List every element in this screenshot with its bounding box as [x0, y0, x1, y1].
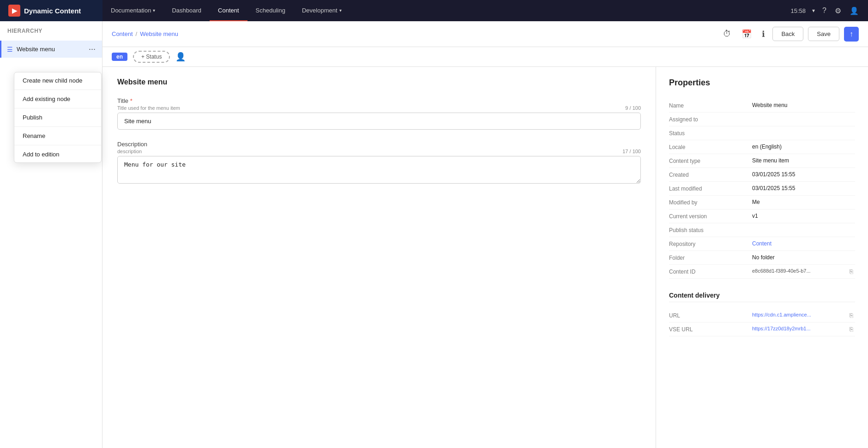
folder-icon: ☰	[7, 46, 13, 53]
title-label: Title *	[117, 97, 641, 104]
info-icon[interactable]: ℹ	[759, 27, 768, 41]
props-main-section: Name Website menu Assigned to Status	[669, 99, 855, 279]
props-key-repository: Repository	[669, 240, 752, 247]
publish-button[interactable]: ↑	[844, 27, 859, 42]
toolbar-right: ⏱ 📅 ℹ Back Save ↑	[720, 27, 859, 42]
delivery-section-title: Content delivery	[669, 292, 855, 302]
menu-divider	[14, 90, 101, 90]
props-val-modified-by: Me	[752, 199, 855, 205]
props-key-folder: Folder	[669, 254, 752, 261]
props-key-name: Name	[669, 102, 752, 109]
chevron-down-icon: ▾	[339, 8, 342, 13]
props-row-locale: Locale en (English)	[669, 140, 855, 154]
menu-divider	[14, 145, 101, 145]
props-row-folder: Folder No folder	[669, 251, 855, 265]
props-val-vse-url[interactable]: https://17zz0d18y2mrb1...	[752, 326, 848, 331]
context-publish[interactable]: Publish	[14, 109, 101, 125]
props-row-current-version: Current version v1	[669, 209, 855, 223]
user-icon[interactable]: 👤	[849, 6, 860, 16]
copy-url-button[interactable]: ⎘	[848, 312, 855, 319]
context-add-existing[interactable]: Add existing node	[14, 91, 101, 107]
breadcrumb-website-menu[interactable]: Website menu	[140, 30, 178, 37]
copy-vse-url-button[interactable]: ⎘	[848, 326, 855, 333]
context-menu-trigger[interactable]: ···	[88, 44, 96, 54]
title-count: 9 / 100	[625, 105, 641, 111]
description-label: Description	[117, 141, 641, 148]
settings-icon[interactable]: ⚙	[834, 6, 842, 16]
topnav-right: 15:58 ▾ ? ⚙ 👤	[783, 6, 868, 16]
props-key-vse-url: VSE URL	[669, 326, 752, 333]
topnav: ▶ Dynamic Content Documentation ▾ Dashbo…	[0, 0, 868, 21]
back-button[interactable]: Back	[772, 27, 803, 41]
props-row-status: Status	[669, 126, 855, 140]
properties-panel: Properties Name Website menu Assigned to	[656, 67, 868, 448]
main-layout: Hierarchy ☰ Website menu ··· Create new …	[0, 21, 868, 448]
nav-development[interactable]: Development ▾	[294, 0, 350, 21]
menu-divider	[14, 108, 101, 108]
props-val-last-modified: 03/01/2025 15:55	[752, 185, 855, 191]
nav-scheduling[interactable]: Scheduling	[247, 0, 294, 21]
assignee-icon[interactable]: 👤	[175, 52, 186, 62]
props-row-name: Name Website menu	[669, 99, 855, 113]
language-badge[interactable]: en	[112, 53, 127, 61]
props-key-assigned: Assigned to	[669, 116, 752, 123]
sidebar-item-website-menu[interactable]: ☰ Website menu ···	[0, 41, 102, 58]
chevron-down-icon: ▾	[153, 8, 155, 13]
save-button[interactable]: Save	[808, 27, 839, 41]
help-icon[interactable]: ?	[821, 6, 827, 16]
breadcrumb-separator: /	[136, 30, 138, 37]
breadcrumb-content[interactable]: Content	[112, 30, 133, 37]
props-key-last-modified: Last modified	[669, 185, 752, 192]
description-textarea[interactable]	[117, 156, 641, 184]
title-input[interactable]	[117, 113, 641, 130]
title-sublabel: Title used for the menu item 9 / 100	[117, 105, 641, 111]
form-node-heading: Website menu	[117, 78, 641, 86]
props-val-repository[interactable]: Content	[752, 240, 855, 247]
description-count: 17 / 100	[622, 149, 641, 154]
props-key-status: Status	[669, 130, 752, 137]
props-val-name: Website menu	[752, 102, 855, 108]
context-create-child[interactable]: Create new child node	[14, 72, 101, 89]
required-indicator: *	[130, 97, 133, 104]
calendar-icon[interactable]: 📅	[739, 27, 754, 41]
props-val-current-version: v1	[752, 213, 855, 219]
props-row-created: Created 03/01/2025 15:55	[669, 168, 855, 182]
clock-display: 15:58	[791, 7, 806, 14]
props-key-content-id: Content ID	[669, 268, 752, 275]
props-row-content-type: Content type Site menu item	[669, 154, 855, 168]
app-name: Dynamic Content	[24, 7, 81, 15]
props-val-url[interactable]: https://cdn.c1.amplience...	[752, 312, 848, 317]
props-row-vse-url: VSE URL https://17zz0d18y2mrb1... ⎘	[669, 323, 855, 336]
history-icon[interactable]: ⏱	[720, 27, 734, 41]
logo-icon: ▶	[8, 5, 20, 17]
props-key-content-type: Content type	[669, 157, 752, 164]
context-add-to-edition[interactable]: Add to edition	[14, 146, 101, 162]
copy-content-id-button[interactable]: ⎘	[848, 268, 855, 275]
nav-dashboard[interactable]: Dashboard	[163, 0, 210, 21]
props-row-last-modified: Last modified 03/01/2025 15:55	[669, 182, 855, 196]
status-button[interactable]: + Status	[133, 51, 170, 63]
props-val-content-id: e8c688d1-f389-40e5-b7...	[752, 268, 848, 274]
publish-icon: ↑	[850, 30, 853, 38]
app-logo[interactable]: ▶ Dynamic Content	[0, 0, 102, 21]
topnav-items: Documentation ▾ Dashboard Content Schedu…	[102, 0, 783, 21]
props-val-folder: No folder	[752, 254, 855, 261]
nav-content[interactable]: Content	[210, 0, 247, 21]
props-val-locale: en (English)	[752, 143, 855, 150]
props-row-url: URL https://cdn.c1.amplience... ⎘	[669, 309, 855, 323]
form-description-section: Description description 17 / 100	[117, 141, 641, 185]
nav-documentation[interactable]: Documentation ▾	[102, 0, 163, 21]
props-key-modified-by: Modified by	[669, 199, 752, 206]
props-row-modified-by: Modified by Me	[669, 196, 855, 209]
props-key-created: Created	[669, 171, 752, 178]
description-sublabel: description 17 / 100	[117, 149, 641, 154]
form-title-section: Title * Title used for the menu item 9 /…	[117, 97, 641, 130]
props-row-repository: Repository Content	[669, 237, 855, 251]
context-rename[interactable]: Rename	[14, 128, 101, 144]
breadcrumb: Content / Website menu	[112, 30, 178, 37]
form-area: Website menu Title * Title used for the …	[102, 67, 656, 448]
props-key-locale: Locale	[669, 143, 752, 150]
props-row-assigned: Assigned to	[669, 113, 855, 126]
props-row-content-id: Content ID e8c688d1-f389-40e5-b7... ⎘	[669, 265, 855, 279]
props-row-publish-status: Publish status	[669, 223, 855, 237]
